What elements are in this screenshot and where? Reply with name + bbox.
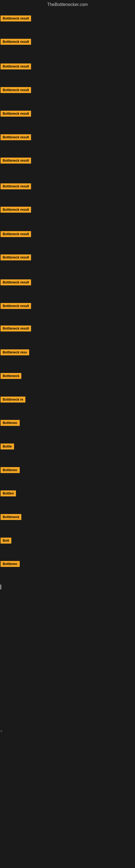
bottleneck-result-label: Bottleneck result xyxy=(1,134,31,140)
bottleneck-result-label: Bottleneck result xyxy=(1,207,31,213)
list-item: Bottleneck result xyxy=(1,279,31,286)
site-title: TheBottlenecker.com xyxy=(0,0,135,9)
bottleneck-result-label: Bottle xyxy=(1,443,14,450)
list-item: Bottleneck result xyxy=(1,134,31,141)
list-item: Bottleneck result xyxy=(1,326,31,333)
bottleneck-result-label: Bottlenec xyxy=(1,420,20,426)
list-item: Bottleneck result xyxy=(1,63,31,70)
bottleneck-result-label: Bottleneck xyxy=(1,514,21,520)
list-item: Bottleneck re xyxy=(1,397,26,404)
bottleneck-result-label: Bottleneck xyxy=(1,373,21,379)
list-item: Bott xyxy=(1,538,11,545)
bottleneck-result-label: Bottleneck result xyxy=(1,231,31,237)
list-item: Bottleneck result xyxy=(1,183,31,190)
list-item: Bottleneck result xyxy=(1,111,31,118)
bottleneck-result-label: Bottleneck result xyxy=(1,87,31,93)
list-item: Bottlenec xyxy=(1,420,20,427)
list-item: Bottleneck result xyxy=(1,39,31,46)
list-item: Bottleneck resu xyxy=(1,349,29,356)
list-item: Bottleneck result xyxy=(1,303,31,310)
bottleneck-result-label: Bottleneck result xyxy=(1,279,31,285)
bottleneck-result-label: Bottlenec xyxy=(1,467,20,473)
bottleneck-result-label: Bottleneck result xyxy=(1,111,31,117)
list-item: Bottleneck result xyxy=(1,87,31,94)
list-item: Bottlenec xyxy=(1,467,20,474)
list-item: Bottleneck result xyxy=(1,158,31,165)
bottleneck-result-label: Bottleneck result xyxy=(1,254,31,260)
bottleneck-result-label: Bottlen xyxy=(1,490,16,496)
list-item: Bottleneck result xyxy=(1,231,31,238)
list-item: Bottleneck result xyxy=(1,207,31,214)
text-cursor xyxy=(1,585,1,589)
list-item: Bottleneck result xyxy=(1,16,31,23)
bottleneck-result-label: Bottleneck result xyxy=(1,326,31,332)
list-item: Bottle xyxy=(1,443,14,451)
list-item: Bottleneck xyxy=(1,514,21,521)
list-item: Bottlen xyxy=(1,490,16,497)
bottleneck-result-label: Bottleneck result xyxy=(1,63,31,69)
bottleneck-result-label: Bottleneck resu xyxy=(1,349,29,355)
bottleneck-result-label: Bottleneck result xyxy=(1,158,31,163)
list-item: Bottleneck result xyxy=(1,254,31,261)
bottleneck-result-label: Bott xyxy=(1,538,11,544)
bottleneck-result-label: Bottlenec xyxy=(1,561,20,567)
bottleneck-result-label: Bottleneck re xyxy=(1,397,26,403)
footer-char: c xyxy=(1,727,2,735)
page-wrapper: TheBottlenecker.com Bottleneck resultBot… xyxy=(0,0,135,868)
bottleneck-result-label: Bottleneck result xyxy=(1,303,31,309)
list-item: Bottleneck xyxy=(1,373,21,380)
bottleneck-result-label: Bottleneck result xyxy=(1,16,31,22)
list-item: Bottlenec xyxy=(1,561,20,568)
bottleneck-result-label: Bottleneck result xyxy=(1,39,31,45)
bottleneck-result-label: Bottleneck result xyxy=(1,183,31,189)
